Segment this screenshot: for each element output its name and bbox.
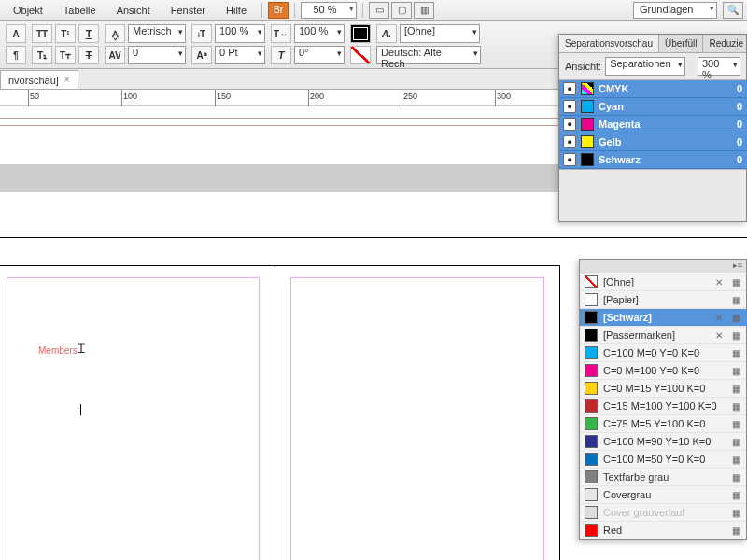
kerning-select[interactable]: Metrisch bbox=[128, 24, 186, 43]
swatch-row[interactable]: C=15 M=100 Y=100 K=0▦ bbox=[580, 398, 746, 415]
swatch-color bbox=[585, 470, 598, 483]
charstyle-select[interactable]: [Ohne] bbox=[400, 24, 480, 43]
swatch-row[interactable]: C=100 M=0 Y=0 K=0▦ bbox=[580, 344, 746, 362]
menu-tabelle[interactable]: Tabelle bbox=[54, 2, 106, 19]
swatch-row[interactable]: Cover grauverlauf▦ bbox=[580, 504, 746, 522]
swatch-row[interactable]: Textfarbe grau▦ bbox=[580, 469, 746, 486]
smallcaps-btn[interactable]: T¹ bbox=[55, 24, 76, 43]
swatch-row[interactable]: [Ohne]✕▦ bbox=[580, 273, 746, 291]
search-icon[interactable]: 🔍 bbox=[723, 2, 743, 19]
text-frame-content[interactable]: Members bbox=[38, 345, 78, 356]
cant-edit-icon: ✕ bbox=[713, 277, 725, 287]
menu-objekt[interactable]: Objekt bbox=[4, 2, 52, 19]
charstyle-icon: A. bbox=[376, 24, 397, 43]
menu-fenster[interactable]: Fenster bbox=[162, 2, 215, 19]
margin-guide bbox=[290, 277, 544, 560]
tab-flatten[interactable]: Reduzie bbox=[703, 35, 747, 52]
close-icon[interactable]: × bbox=[64, 75, 70, 85]
swatch-label: [Schwarz] bbox=[603, 312, 708, 323]
ink-name: Schwarz bbox=[599, 154, 641, 165]
swatch-row[interactable]: C=0 M=100 Y=0 K=0▦ bbox=[580, 362, 746, 380]
tab-separations[interactable]: Separationsvorschau bbox=[559, 35, 659, 52]
baseline-input[interactable]: 0 Pt bbox=[215, 46, 265, 64]
allcaps-btn[interactable]: Tᴛ bbox=[55, 46, 76, 64]
visibility-icon[interactable]: ● bbox=[563, 135, 576, 148]
underline-btn[interactable]: T bbox=[78, 24, 99, 43]
menu-ansicht[interactable]: Ansicht bbox=[107, 2, 160, 19]
swatch-row[interactable]: C=0 M=15 Y=100 K=0▦ bbox=[580, 380, 746, 398]
baseline-icon: Aᵃ bbox=[191, 46, 212, 64]
hscale-input[interactable]: 100 % bbox=[294, 24, 345, 43]
swatch-type-icon: ▦ bbox=[730, 525, 741, 536]
visibility-icon[interactable]: ● bbox=[563, 153, 576, 166]
ink-name: Magenta bbox=[599, 119, 641, 130]
arrange-icon[interactable]: ▥ bbox=[414, 2, 434, 19]
color-swatch bbox=[581, 100, 594, 113]
document-tab[interactable]: nvorschau] × bbox=[0, 70, 78, 89]
swatch-type-icon: ▦ bbox=[730, 384, 741, 394]
swatch-row[interactable]: Covergrau▦ bbox=[580, 486, 746, 504]
swatch-row[interactable]: Red▦ bbox=[580, 522, 746, 539]
ink-value: 0 bbox=[737, 83, 742, 94]
swatch-row[interactable]: [Schwarz]✕▦ bbox=[580, 309, 746, 327]
bridge-icon[interactable]: Br bbox=[268, 2, 289, 19]
subscript-btn[interactable]: T₁ bbox=[32, 46, 52, 64]
zoom-select[interactable]: 50 % bbox=[301, 2, 357, 19]
fill-icon[interactable] bbox=[350, 24, 371, 43]
divider bbox=[261, 3, 262, 18]
language-select[interactable]: Deutsch: Alte Rech bbox=[376, 46, 481, 64]
swatch-color bbox=[585, 293, 598, 306]
view-label: Ansicht: bbox=[565, 61, 601, 72]
swatches-panel[interactable]: ▸≡ [Ohne]✕▦[Papier]▦[Schwarz]✕▦[Passerma… bbox=[579, 259, 747, 540]
panel-header: ▸≡ bbox=[580, 260, 746, 273]
swatch-row[interactable]: C=75 M=5 Y=100 K=0▦ bbox=[580, 415, 746, 433]
swatch-color bbox=[585, 506, 598, 519]
cant-edit-icon: ✕ bbox=[713, 330, 725, 341]
workspace-select[interactable]: Grundlagen bbox=[633, 2, 717, 19]
separation-row[interactable]: ●CMYK0 bbox=[559, 80, 746, 98]
sep-zoom[interactable]: 300 % bbox=[698, 57, 740, 76]
tab-trap[interactable]: Überfüll bbox=[659, 35, 703, 52]
superscript-btn[interactable]: TT bbox=[32, 24, 52, 43]
swatch-color bbox=[585, 435, 598, 448]
panel-controls: Ansicht: Separationen 300 % bbox=[559, 53, 746, 80]
menu-hilfe[interactable]: Hilfe bbox=[217, 2, 256, 19]
swatch-row[interactable]: C=100 M=90 Y=10 K=0▦ bbox=[580, 433, 746, 451]
tracking-select[interactable]: 0 bbox=[128, 46, 186, 64]
separation-row[interactable]: ●Gelb0 bbox=[559, 133, 746, 151]
separation-row[interactable]: ●Cyan0 bbox=[559, 98, 746, 116]
strike-btn[interactable]: T bbox=[78, 46, 99, 64]
para-format-icon[interactable]: ¶ bbox=[6, 46, 26, 64]
swatch-label: C=0 M=15 Y=100 K=0 bbox=[603, 383, 725, 394]
swatch-row[interactable]: [Papier]▦ bbox=[580, 291, 746, 309]
swatch-row[interactable]: [Passermarken]✕▦ bbox=[580, 327, 746, 344]
char-format-icon[interactable]: A bbox=[6, 24, 26, 43]
menubar: Objekt Tabelle Ansicht Fenster Hilfe Br … bbox=[0, 0, 747, 21]
swatch-color bbox=[585, 346, 598, 359]
page-left[interactable]: Members Ꮖ bbox=[0, 265, 275, 560]
screen-mode-icon[interactable]: ▢ bbox=[391, 2, 412, 19]
visibility-icon[interactable]: ● bbox=[563, 100, 576, 113]
visibility-icon[interactable]: ● bbox=[563, 118, 576, 131]
separation-row[interactable]: ●Magenta0 bbox=[559, 116, 746, 133]
view-select[interactable]: Separationen bbox=[605, 57, 685, 76]
separation-row[interactable]: ●Schwarz0 bbox=[559, 151, 746, 169]
swatch-color bbox=[585, 524, 598, 537]
swatch-color bbox=[585, 329, 598, 342]
vscale-input[interactable]: 100 % bbox=[215, 24, 265, 43]
swatch-type-icon: ▦ bbox=[730, 490, 741, 500]
divider bbox=[294, 3, 295, 18]
stroke-icon[interactable] bbox=[350, 46, 371, 64]
skew-input[interactable]: 0° bbox=[294, 46, 345, 64]
page-right[interactable] bbox=[275, 265, 560, 560]
ink-value: 0 bbox=[737, 136, 742, 147]
swatch-color bbox=[585, 488, 598, 501]
color-swatch bbox=[581, 118, 594, 131]
visibility-icon[interactable]: ● bbox=[563, 82, 576, 95]
ink-name: CMYK bbox=[599, 83, 628, 94]
swatch-color bbox=[585, 364, 598, 377]
swatch-row[interactable]: C=100 M=50 Y=0 K=0▦ bbox=[580, 451, 746, 469]
separations-panel[interactable]: Separationsvorschau Überfüll Reduzie Ans… bbox=[558, 34, 747, 222]
swatch-label: Covergrau bbox=[603, 489, 725, 500]
view-options-icon[interactable]: ▭ bbox=[369, 2, 389, 19]
